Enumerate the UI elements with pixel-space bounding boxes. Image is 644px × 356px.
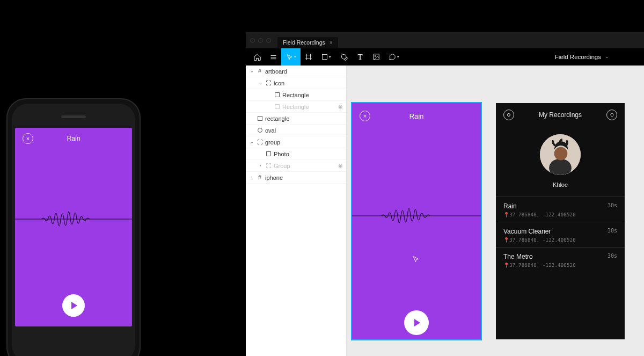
- track-row[interactable]: Rain30s📍37.786840, -122.400520: [496, 197, 625, 222]
- home-tool[interactable]: [249, 48, 265, 66]
- menu-icon: [269, 53, 277, 61]
- rectangle-icon: [321, 54, 328, 60]
- svg-point-10: [375, 55, 376, 56]
- document-title[interactable]: Field Recordings ⌄: [555, 54, 641, 60]
- play-button[interactable]: [404, 310, 429, 335]
- app-body: ⌄#artboard⌄iconRectangleRectangle◉rectan…: [246, 66, 644, 356]
- layer-row[interactable]: Photo: [246, 148, 346, 160]
- layer-name: Photo: [274, 151, 343, 157]
- toolbar: ▾ ▾ T ▾ Field Recordings ⌄: [246, 48, 644, 66]
- iphone-bezel: × Rain: [12, 104, 135, 356]
- screen-title: Rain: [33, 135, 114, 142]
- layer-name: rectangle: [265, 115, 343, 122]
- window-titlebar: Field Recordings ×: [246, 32, 644, 48]
- layer-name: oval: [265, 127, 343, 134]
- layer-row[interactable]: oval: [246, 125, 346, 136]
- rain-header: × Rain: [15, 128, 132, 144]
- frame-tool[interactable]: [301, 48, 317, 66]
- cursor-icon: [412, 255, 420, 264]
- window-controls[interactable]: [250, 38, 271, 43]
- menu-tool[interactable]: [265, 48, 281, 66]
- track-title: Vacuum Cleaner: [503, 228, 551, 235]
- visibility-icon[interactable]: ◉: [338, 163, 343, 169]
- move-tool[interactable]: ▾: [281, 48, 301, 66]
- chevron-down-icon: ⌄: [605, 55, 609, 59]
- layer-name: iphone: [265, 175, 343, 181]
- design-app-window: Field Recordings × ▾ ▾ T: [246, 32, 644, 356]
- avatar: [540, 134, 581, 175]
- iphone-body: × Rain: [6, 98, 141, 356]
- rectangle-icon: [266, 151, 271, 156]
- avatar-image: [540, 134, 581, 175]
- text-icon: T: [357, 53, 362, 62]
- record-icon[interactable]: [503, 110, 514, 120]
- layer-row[interactable]: ›#iphone: [246, 172, 346, 184]
- document-title-label: Field Recordings: [555, 54, 601, 60]
- waveform-icon: [352, 200, 481, 232]
- traffic-min-icon[interactable]: [258, 38, 263, 43]
- traffic-max-icon[interactable]: [266, 38, 271, 43]
- chevron-icon[interactable]: ›: [249, 175, 254, 180]
- group-icon: [258, 140, 262, 144]
- svg-point-14: [554, 147, 568, 161]
- chevron-icon[interactable]: ⌄: [258, 81, 263, 85]
- chevron-down-icon: ▾: [294, 55, 296, 59]
- layer-row[interactable]: ⌄#artboard: [246, 66, 346, 77]
- close-tab-icon[interactable]: ×: [330, 40, 333, 46]
- close-icon[interactable]: ×: [360, 111, 370, 121]
- artboard-rain[interactable]: × Rain: [352, 103, 481, 339]
- track-duration: 30s: [608, 202, 617, 210]
- rectangle-icon: [275, 92, 280, 97]
- track-duration: 30s: [608, 228, 617, 235]
- rain-screen-canvas: × Rain: [352, 103, 481, 339]
- play-button[interactable]: [62, 294, 85, 317]
- track-duration: 30s: [608, 253, 617, 260]
- image-icon: [372, 53, 380, 61]
- waveform-area: [15, 144, 132, 294]
- text-tool[interactable]: T: [352, 48, 368, 66]
- layer-row[interactable]: Rectangle: [246, 89, 346, 101]
- chevron-icon[interactable]: ⌄: [249, 69, 254, 74]
- canvas[interactable]: × Rain: [347, 66, 644, 356]
- layer-row[interactable]: ›Group◉: [246, 160, 346, 172]
- chevron-icon[interactable]: ›: [258, 163, 263, 168]
- rectangle-icon: [275, 104, 280, 109]
- iphone-speaker: [61, 115, 86, 118]
- iphone-device: × Rain: [6, 98, 141, 356]
- comment-icon: [389, 53, 396, 61]
- track-title: Rain: [503, 202, 517, 210]
- frame-icon: #: [258, 175, 261, 180]
- image-tool[interactable]: [368, 48, 384, 66]
- layer-row[interactable]: Rectangle◉: [246, 101, 346, 113]
- layer-name: group: [265, 139, 343, 146]
- layer-row[interactable]: rectangle: [246, 113, 346, 125]
- pin-icon: 📍: [503, 263, 509, 268]
- track-row[interactable]: The Metro30s📍37.786840, -122.400520: [496, 247, 625, 272]
- comment-tool[interactable]: ▾: [384, 48, 404, 66]
- circle-icon: [258, 128, 262, 133]
- home-icon: [253, 53, 261, 61]
- traffic-close-icon[interactable]: [250, 38, 255, 43]
- chevron-down-icon: ▾: [397, 55, 399, 59]
- group-icon: [266, 81, 271, 85]
- chevron-icon[interactable]: ⌄: [249, 140, 254, 144]
- shape-tool[interactable]: ▾: [317, 48, 336, 66]
- track-title: The Metro: [503, 253, 533, 260]
- layer-row[interactable]: ⌄group: [246, 136, 346, 148]
- track-geo: 📍37.786840, -122.400520: [503, 212, 617, 217]
- layer-name: Rectangle: [282, 92, 343, 98]
- layer-name: artboard: [265, 68, 343, 75]
- track-row[interactable]: Vacuum Cleaner30s📍37.786840, -122.400520: [496, 222, 625, 247]
- location-icon[interactable]: [606, 110, 617, 120]
- pen-tool[interactable]: [336, 48, 352, 66]
- layer-row[interactable]: ⌄icon: [246, 77, 346, 89]
- layer-name: icon: [274, 80, 343, 86]
- recordings-header: My Recordings: [496, 103, 625, 120]
- artboard-recordings[interactable]: My Recordings Khl: [496, 103, 625, 339]
- document-tab[interactable]: Field Recordings ×: [277, 37, 338, 48]
- recordings-title: My Recordings: [514, 111, 606, 119]
- visibility-icon[interactable]: ◉: [338, 104, 343, 110]
- move-icon: [286, 54, 293, 61]
- screen-title: Rain: [370, 112, 463, 120]
- close-icon[interactable]: ×: [23, 133, 33, 144]
